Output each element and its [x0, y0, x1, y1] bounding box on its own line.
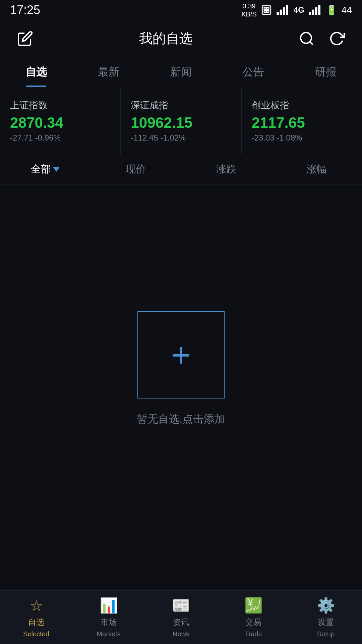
- sim-icon: [261, 4, 272, 16]
- index-shanghai-value: 2870.34: [10, 114, 110, 131]
- nav-news[interactable]: 📰 资讯 News: [145, 591, 217, 644]
- svg-rect-3: [264, 10, 266, 12]
- battery-icon: 🔋: [326, 5, 338, 16]
- sort-percent[interactable]: 涨幅: [272, 154, 362, 184]
- header-actions: [295, 27, 349, 50]
- nav-setup-label: 设置: [318, 617, 334, 628]
- index-chuangye[interactable]: 创业板指 2117.65 -23.03 -1.08%: [242, 87, 362, 154]
- content-area: + 暂无自选,点击添加: [0, 184, 362, 553]
- tab-zixuan[interactable]: 自选: [0, 57, 72, 87]
- add-watchlist-button[interactable]: +: [137, 311, 225, 398]
- index-shanghai-name: 上证指数: [10, 99, 110, 112]
- sort-price[interactable]: 现价: [90, 154, 181, 184]
- sort-triangle-icon: [53, 167, 60, 172]
- battery-level: 44: [342, 5, 352, 15]
- sort-change[interactable]: 涨跌: [181, 154, 272, 184]
- tab-gonggao[interactable]: 公告: [217, 57, 290, 87]
- svg-rect-6: [280, 10, 282, 15]
- edit-button[interactable]: [13, 27, 37, 50]
- search-button[interactable]: [295, 27, 318, 50]
- tab-zuixin[interactable]: 最新: [72, 57, 145, 87]
- tab-yanbao[interactable]: 研报: [290, 57, 362, 87]
- tab-xinwen[interactable]: 新闻: [145, 57, 217, 87]
- sort-all[interactable]: 全部: [0, 154, 90, 184]
- svg-rect-9: [309, 12, 311, 15]
- index-shanghai-change: -27.71 -0.96%: [10, 133, 110, 143]
- index-shanghai[interactable]: 上证指数 2870.34 -27.71 -0.96%: [0, 87, 121, 154]
- svg-rect-2: [267, 8, 269, 10]
- index-shenzhen-value: 10962.15: [131, 114, 231, 131]
- nav-selected-sublabel: Selected: [23, 630, 49, 638]
- nav-news-label: 资讯: [173, 617, 189, 628]
- svg-rect-1: [264, 8, 266, 10]
- nav-setup[interactable]: ⚙️ 设置 Setup: [290, 591, 362, 644]
- nav-trade-sublabel: Trade: [245, 630, 262, 638]
- nav-trade-label: 交易: [245, 617, 261, 628]
- svg-point-13: [301, 33, 311, 43]
- nav-markets[interactable]: 📊 市场 Markets: [72, 591, 145, 644]
- status-bar: 17:25 0.39KB/S 4G 🔋 44: [0, 0, 362, 20]
- network-speed: 0.39KB/S: [241, 2, 257, 18]
- nav-markets-sublabel: Markets: [97, 630, 120, 638]
- nav-trade-icon: 💹: [244, 597, 263, 614]
- nav-setup-sublabel: Setup: [317, 630, 335, 638]
- nav-setup-icon: ⚙️: [317, 597, 335, 614]
- market-indices: 上证指数 2870.34 -27.71 -0.96% 深证成指 10962.15…: [0, 87, 362, 154]
- nav-markets-icon: 📊: [100, 597, 118, 614]
- plus-icon: +: [171, 338, 191, 372]
- nav-selected-icon: ☆: [30, 597, 43, 614]
- index-chuangye-name: 创业板指: [252, 99, 352, 112]
- nav-news-icon: 📰: [172, 597, 190, 614]
- page-title: 我的自选: [37, 29, 295, 48]
- signal-icon-2: [308, 4, 322, 16]
- sort-header: 全部 现价 涨跌 涨幅: [0, 154, 362, 184]
- svg-line-14: [310, 42, 313, 45]
- svg-rect-7: [283, 7, 285, 15]
- bottom-navigation: ☆ 自选 Selected 📊 市场 Markets 📰 资讯 News 💹 交…: [0, 590, 362, 644]
- svg-rect-5: [277, 12, 279, 15]
- index-shenzhen-change: -112.45 -1.02%: [131, 133, 231, 143]
- index-chuangye-change: -23.03 -1.08%: [252, 133, 352, 143]
- svg-rect-4: [267, 10, 269, 12]
- signal-icon: [276, 4, 290, 16]
- svg-rect-12: [318, 5, 320, 15]
- svg-rect-11: [315, 7, 317, 15]
- index-shenzhen-name: 深证成指: [131, 99, 231, 112]
- nav-trade[interactable]: 💹 交易 Trade: [217, 591, 290, 644]
- header: 我的自选: [0, 20, 362, 57]
- nav-selected[interactable]: ☆ 自选 Selected: [0, 591, 72, 644]
- network-type: 4G: [294, 5, 304, 15]
- refresh-button[interactable]: [325, 27, 349, 50]
- nav-markets-label: 市场: [101, 617, 117, 628]
- tab-navigation: 自选 最新 新闻 公告 研报: [0, 57, 362, 87]
- nav-selected-label: 自选: [28, 617, 44, 628]
- empty-hint: 暂无自选,点击添加: [137, 412, 226, 427]
- index-shenzhen[interactable]: 深证成指 10962.15 -112.45 -1.02%: [121, 87, 241, 154]
- index-chuangye-value: 2117.65: [252, 114, 352, 131]
- status-time: 17:25: [10, 3, 40, 17]
- svg-rect-10: [312, 10, 314, 15]
- nav-news-sublabel: News: [173, 630, 189, 638]
- svg-rect-8: [286, 5, 288, 15]
- status-icons: 0.39KB/S 4G 🔋 44: [241, 2, 352, 18]
